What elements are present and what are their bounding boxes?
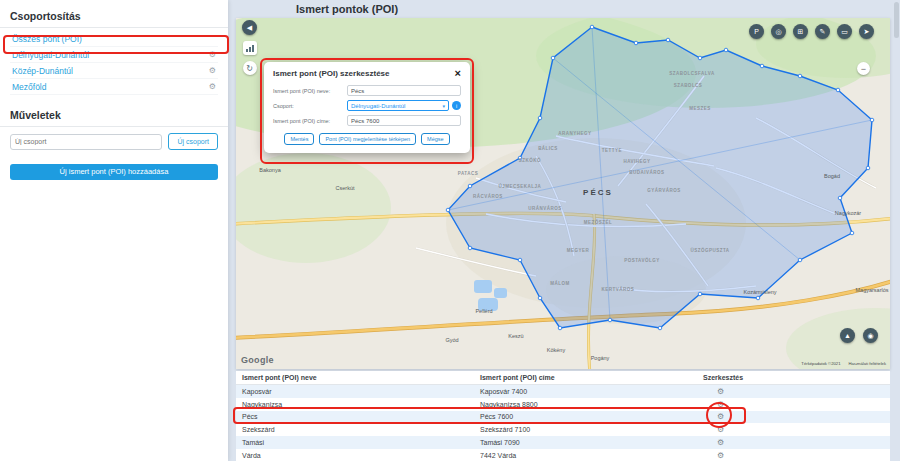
edit-gear-icon[interactable]: ⚙ bbox=[717, 400, 724, 409]
sidebar: Csoportosítás Összes pont (POI)Délnyugat… bbox=[0, 0, 228, 461]
sidebar-item-group[interactable]: Mezőföld⚙ bbox=[10, 79, 218, 95]
poi-address-input[interactable] bbox=[347, 115, 461, 126]
poi-name-cell: Nagykanizsa bbox=[236, 401, 480, 408]
table-row[interactable]: TamásiTamási 7090⚙ bbox=[236, 436, 890, 449]
scrollbar-thumb[interactable] bbox=[894, 2, 899, 38]
poi-name-cell: Várda bbox=[236, 452, 480, 459]
polygon-vertex-handle[interactable] bbox=[538, 116, 542, 120]
add-poi-button[interactable]: Új ismert pont (POI) hozzáadása bbox=[10, 164, 218, 180]
polygon-vertex-handle[interactable] bbox=[558, 326, 562, 330]
edit-gear-icon[interactable]: ⚙ bbox=[717, 412, 724, 421]
sidebar-item-group[interactable]: Közép-Dunántúl⚙ bbox=[10, 63, 218, 79]
poi-name-input[interactable] bbox=[347, 85, 461, 96]
polygon-vertex-handle[interactable] bbox=[850, 231, 854, 235]
fullscreen-button[interactable]: ⊞ bbox=[793, 24, 808, 39]
group-info-icon[interactable]: i bbox=[452, 101, 461, 110]
divider bbox=[0, 126, 228, 127]
polygon-vertex-handle[interactable] bbox=[838, 196, 842, 200]
navigate-button[interactable]: ➤ bbox=[859, 24, 874, 39]
sidebar-item-group[interactable]: Délnyugati-Dunántúl⚙ bbox=[10, 47, 218, 63]
polygon-vertex-handle[interactable] bbox=[798, 74, 802, 78]
table-row[interactable]: Várda7442 Várda⚙ bbox=[236, 449, 890, 461]
search-button[interactable]: ◎ bbox=[771, 24, 786, 39]
polygon-vertex-handle[interactable] bbox=[468, 246, 472, 250]
poi-address-cell: Szekszárd 7100 bbox=[480, 426, 695, 433]
edit-gear-icon[interactable]: ⚙ bbox=[717, 438, 724, 447]
poi-address-cell: Kaposvár 7400 bbox=[480, 388, 695, 395]
polygon-vertex-handle[interactable] bbox=[468, 184, 472, 188]
measure-button[interactable]: ▭ bbox=[837, 24, 852, 39]
chevron-down-icon: ▾ bbox=[442, 103, 445, 109]
gear-icon[interactable]: ⚙ bbox=[209, 66, 216, 75]
create-group-button[interactable]: Új csoport bbox=[168, 133, 218, 150]
polygon-vertex-handle[interactable] bbox=[698, 292, 702, 296]
google-logo: Google bbox=[241, 355, 274, 365]
draw-button[interactable]: ✎ bbox=[815, 24, 830, 39]
locate-button[interactable]: ◉ bbox=[863, 328, 878, 343]
polygon-vertex-handle[interactable] bbox=[658, 326, 662, 330]
page-title: Ismert pontok (POI) bbox=[296, 3, 398, 15]
polygon-vertex-handle[interactable] bbox=[608, 318, 612, 322]
gear-icon[interactable]: ⚙ bbox=[209, 50, 216, 59]
poi-button[interactable]: P bbox=[749, 24, 764, 39]
group-select[interactable]: Délnyugati-Dunántúl ▾ bbox=[347, 100, 449, 111]
polygon-vertex-handle[interactable] bbox=[760, 64, 764, 68]
gear-icon[interactable]: ⚙ bbox=[209, 82, 216, 91]
app-root: Csoportosítás Összes pont (POI)Délnyugat… bbox=[0, 0, 900, 461]
lake bbox=[494, 288, 507, 298]
sidebar-item-group[interactable]: Összes pont (POI) bbox=[10, 31, 218, 47]
polygon-vertex-handle[interactable] bbox=[518, 258, 522, 262]
polygon-vertex-handle[interactable] bbox=[518, 156, 522, 160]
edit-cell: ⚙ bbox=[695, 400, 890, 409]
fit-button[interactable]: ▲ bbox=[840, 328, 855, 343]
polygon-vertex-handle[interactable] bbox=[666, 38, 670, 42]
refresh-icon[interactable]: ↻ bbox=[243, 61, 257, 75]
polygon-vertex-handle[interactable] bbox=[870, 118, 874, 122]
terms-link[interactable]: Használati feltételek bbox=[849, 361, 886, 366]
table-row[interactable]: SzekszárdSzekszárd 7100⚙ bbox=[236, 423, 890, 436]
edit-cell: ⚙ bbox=[695, 387, 890, 396]
polygon-vertex-handle[interactable] bbox=[538, 296, 542, 300]
table-row[interactable]: KaposvárKaposvár 7400⚙ bbox=[236, 385, 890, 398]
edit-poi-modal: Ismert pont (POI) szerkesztése × Ismert … bbox=[264, 62, 470, 153]
close-icon[interactable]: × bbox=[455, 69, 461, 78]
polygon-vertex-handle[interactable] bbox=[590, 25, 594, 29]
edit-gear-icon[interactable]: ⚙ bbox=[717, 451, 724, 460]
polygon-vertex-handle[interactable] bbox=[446, 208, 450, 212]
save-button[interactable]: Mentés bbox=[284, 133, 314, 145]
column-header: Ismert pont (POI) neve bbox=[236, 374, 480, 381]
group-label: Összes pont (POI) bbox=[12, 34, 82, 44]
polygon-vertex-handle[interactable] bbox=[698, 56, 702, 60]
polygon-vertex-handle[interactable] bbox=[634, 41, 638, 45]
lake bbox=[478, 298, 498, 311]
poi-address-cell: Pécs 7600 bbox=[480, 413, 695, 420]
edit-cell: ⚙ bbox=[695, 412, 890, 421]
map-attribution: Térképadatok ©2021 Használati feltételek bbox=[801, 361, 886, 366]
table-row[interactable]: PécsPécs 7600⚙ bbox=[236, 411, 890, 424]
polygon-vertex-handle[interactable] bbox=[866, 166, 870, 170]
poi-address-cell: Nagykanizsa 8800 bbox=[480, 401, 695, 408]
lake bbox=[474, 280, 492, 293]
poi-address-cell: 7442 Várda bbox=[480, 452, 695, 459]
group-label: Mezőföld bbox=[12, 82, 47, 92]
table-row[interactable]: NagykanizsaNagykanizsa 8800⚙ bbox=[236, 398, 890, 411]
polygon-vertex-handle[interactable] bbox=[551, 56, 555, 60]
edit-gear-icon[interactable]: ⚙ bbox=[717, 387, 724, 396]
zoom-out-button[interactable]: − bbox=[857, 62, 870, 75]
polygon-vertex-handle[interactable] bbox=[756, 296, 760, 300]
new-group-input[interactable] bbox=[10, 134, 162, 150]
poi-name-cell: Szekszárd bbox=[236, 426, 480, 433]
edit-gear-icon[interactable]: ⚙ bbox=[717, 425, 724, 434]
polygon-vertex-handle[interactable] bbox=[798, 258, 802, 262]
poi-table: Ismert pont (POI) neveIsmert pont (POI) … bbox=[236, 371, 890, 461]
chart-icon[interactable] bbox=[243, 41, 257, 55]
polygon-vertex-handle[interactable] bbox=[724, 48, 728, 52]
table-body: KaposvárKaposvár 7400⚙NagykanizsaNagykan… bbox=[236, 385, 890, 461]
map-left-controls: ◀ ↻ bbox=[242, 20, 257, 75]
back-icon[interactable]: ◀ bbox=[242, 20, 257, 35]
polygon-vertex-handle[interactable] bbox=[836, 88, 840, 92]
poi-address-label: Ismert pont (POI) címe: bbox=[273, 118, 347, 124]
show-on-map-button[interactable]: Pont (POI) megjelenítése térképen bbox=[319, 133, 416, 145]
cancel-button[interactable]: Mégse bbox=[421, 133, 450, 145]
map-right-controls: P◎⊞✎▭➤ bbox=[749, 24, 874, 39]
